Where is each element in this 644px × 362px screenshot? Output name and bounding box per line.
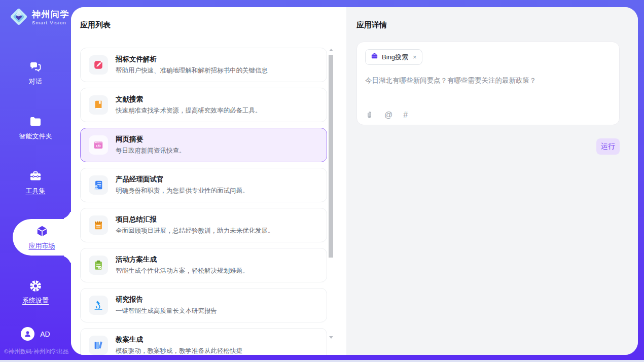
app-card[interactable]: 教案生成 模板驱动，教案秒成，教学准备从此轻松快捷 (80, 328, 327, 355)
app-detail-title: 应用详情 (356, 20, 638, 30)
list-scrollbar[interactable] (329, 42, 333, 343)
app-card-title: 文献搜索 (116, 95, 262, 104)
app-card[interactable]: 招标文件解析 帮助用户快速、准确地理解和解析招标书中的关键信息 (80, 48, 327, 82)
sidebar-item-chat[interactable]: 对话 (0, 55, 71, 91)
attachment-toolbar: @ # (365, 111, 408, 119)
app-logo: 神州问学 Smart Vision (0, 0, 71, 28)
user-label: AD (40, 330, 50, 338)
pen-square-icon (89, 55, 108, 75)
cube-icon (35, 225, 49, 238)
sidebar-item-smart-folders[interactable]: 智能文件夹 (0, 110, 71, 146)
briefcase-icon (371, 52, 378, 62)
app-card-description: 每日政府新闻资讯快查。 (116, 147, 186, 155)
app-card[interactable]: 研究报告 一键智能生成高质量长文本研究报告 (80, 288, 327, 322)
sidebar-item-system-settings[interactable]: 系统设置 (0, 274, 71, 310)
app-card-title: 产品经理面试官 (116, 175, 249, 184)
sidebar-item-label: 对话 (29, 77, 42, 86)
scroll-down-icon[interactable] (329, 336, 333, 339)
app-card-description: 明确身份和职责，为您提供专业性的面试问题。 (116, 187, 249, 195)
sidebar-nav: 对话 智能文件夹 工具集 应用市场 系统设置 (0, 55, 71, 310)
sidebar-item-label: 系统设置 (22, 296, 49, 305)
brand-subtitle: Smart Vision (32, 20, 69, 25)
mention-icon[interactable]: @ (384, 111, 392, 119)
sidebar-item-app-market[interactable]: 应用市场 (13, 219, 71, 256)
books-icon (89, 336, 108, 355)
user-row: AD (0, 327, 71, 341)
app-card[interactable]: 产品经理面试官 明确身份和职责，为您提供专业性的面试问题。 (80, 168, 327, 202)
toolbox-icon (29, 170, 42, 183)
run-button[interactable]: 运行 (596, 138, 620, 155)
sidebar-item-label: 工具集 (26, 187, 46, 196)
notepad-icon (89, 215, 108, 235)
brand-diamond-icon (9, 7, 28, 28)
browser-code-icon (89, 135, 108, 155)
scroll-up-icon[interactable] (329, 49, 333, 51)
gear-icon (29, 279, 42, 293)
clipboard-check-icon (89, 256, 108, 275)
app-card-title: 教案生成 (116, 335, 242, 344)
app-list-panel: 应用列表 招标文件解析 帮助用户快速、准确地理解和解析招标书中的关键信息 文献搜… (71, 7, 346, 355)
app-card-description: 智能生成个性化活动方案，轻松解决规划难题。 (116, 267, 249, 275)
copyright-text: ©神州数码·神州问学出品 (4, 348, 68, 355)
chat-icon (29, 60, 42, 74)
tool-tag-bing-search[interactable]: Bing搜索 × (365, 49, 422, 65)
app-card-description: 一键智能生成高质量长文本研究报告 (116, 307, 217, 315)
app-card[interactable]: 网页摘要 每日政府新闻资讯快查。 (80, 128, 327, 162)
book-icon (89, 95, 108, 115)
app-card-description: 快速精准查找学术资源，提高研究效率的必备工具。 (116, 106, 262, 115)
app-card[interactable]: 文献搜索 快速精准查找学术资源，提高研究效率的必备工具。 (80, 88, 327, 122)
app-list: 招标文件解析 帮助用户快速、准确地理解和解析招标书中的关键信息 文献搜索 快速精… (80, 48, 327, 355)
app-card[interactable]: 活动方案生成 智能生成个性化活动方案，轻松解决规划难题。 (80, 248, 327, 282)
sidebar-item-label: 应用市场 (29, 241, 55, 250)
interview-icon (89, 175, 108, 195)
paperclip-icon[interactable] (365, 111, 374, 119)
main-content: 应用列表 招标文件解析 帮助用户快速、准确地理解和解析招标书中的关键信息 文献搜… (71, 7, 638, 355)
tool-tag-label: Bing搜索 (382, 53, 408, 62)
prompt-text[interactable]: 今日湖北有哪些新闻要点？有哪些需要关注的最新政策？ (365, 76, 611, 86)
app-card[interactable]: 项目总结汇报 全面回顾项目进展，总结经验教训，助力未来优化发展。 (80, 208, 327, 242)
app-card-title: 招标文件解析 (116, 55, 268, 64)
avatar[interactable] (21, 327, 34, 341)
app-card-title: 网页摘要 (116, 135, 186, 144)
app-card-description: 全面回顾项目进展，总结经验教训，助力未来优化发展。 (116, 227, 274, 235)
run-row: 运行 (346, 138, 620, 155)
brand-title: 神州问学 (32, 10, 69, 20)
close-icon[interactable]: × (413, 53, 417, 61)
scrollbar-thumb[interactable] (329, 55, 333, 258)
brand-text: 神州问学 Smart Vision (32, 10, 69, 25)
app-card-title: 活动方案生成 (116, 255, 249, 264)
hash-icon[interactable]: # (403, 111, 408, 119)
app-card-description: 帮助用户快速、准确地理解和解析招标书中的关键信息 (116, 66, 268, 75)
app-list-title: 应用列表 (80, 20, 346, 30)
sidebar: 神州问学 Smart Vision 对话 智能文件夹 工具集 应用市场 系统设置… (0, 0, 71, 360)
app-card-description: 模板驱动，教案秒成，教学准备从此轻松快捷 (116, 347, 242, 355)
prompt-input-card[interactable]: Bing搜索 × 今日湖北有哪些新闻要点？有哪些需要关注的最新政策？ @ # (356, 42, 620, 125)
sidebar-item-label: 智能文件夹 (19, 132, 52, 141)
bottom-edge-strip (0, 360, 644, 362)
app-card-title: 项目总结汇报 (116, 215, 274, 224)
folder-icon (29, 115, 42, 128)
app-detail-panel: 应用详情 Bing搜索 × 今日湖北有哪些新闻要点？有哪些需要关注的最新政策？ … (346, 7, 638, 355)
app-card-title: 研究报告 (116, 295, 217, 304)
sidebar-item-toolset[interactable]: 工具集 (0, 164, 71, 201)
microscope-icon (89, 296, 108, 315)
